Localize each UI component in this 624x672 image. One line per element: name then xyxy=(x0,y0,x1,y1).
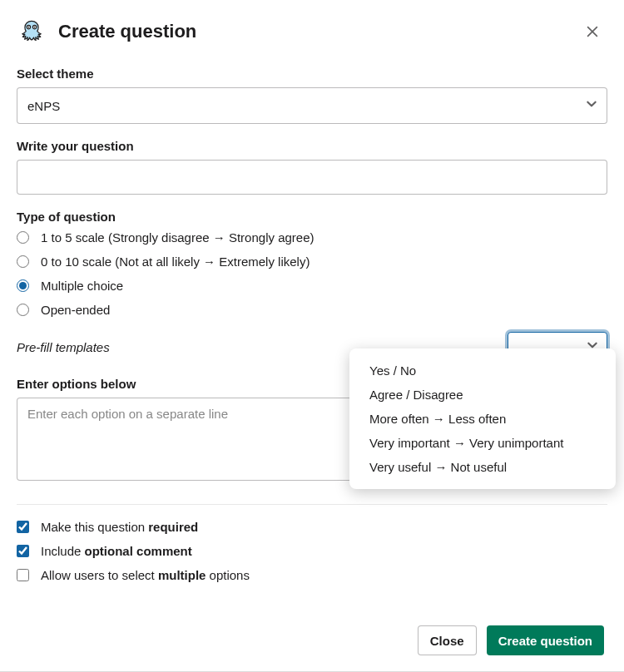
type-of-question-label: Type of question xyxy=(17,210,607,224)
close-icon[interactable] xyxy=(577,17,607,47)
radio-open-ended[interactable] xyxy=(17,304,29,316)
checkbox-optional-comment[interactable] xyxy=(17,545,29,557)
checkbox-multiple[interactable] xyxy=(17,569,29,581)
radio-1to5-label: 1 to 5 scale (Strongly disagree → Strong… xyxy=(41,230,314,245)
dropdown-item-yes-no[interactable]: Yes / No xyxy=(349,358,616,383)
radio-multiple-choice-label: Multiple choice xyxy=(41,279,123,293)
radio-open-ended-label: Open-ended xyxy=(41,303,110,317)
question-input[interactable] xyxy=(17,160,607,195)
dropdown-item-agree-disagree[interactable]: Agree / Disagree xyxy=(349,383,616,407)
radio-1to5[interactable] xyxy=(17,231,29,244)
svg-point-3 xyxy=(34,27,36,28)
checkbox-required[interactable] xyxy=(17,521,29,533)
close-button[interactable]: Close xyxy=(418,625,477,655)
create-question-button[interactable]: Create question xyxy=(487,625,604,655)
prefill-dropdown-menu: Yes / No Agree / Disagree More often → L… xyxy=(349,348,616,489)
dropdown-item-more-less-often[interactable]: More often → Less often xyxy=(349,407,616,431)
select-theme-label: Select theme xyxy=(17,67,607,81)
dropdown-item-important[interactable]: Very important → Very unimportant xyxy=(349,431,616,455)
checkbox-multiple-label: Allow users to select multiple options xyxy=(41,568,250,582)
select-theme-value: eNPS xyxy=(27,99,60,113)
question-label: Write your question xyxy=(17,139,607,153)
radio-multiple-choice[interactable] xyxy=(17,279,29,292)
prefill-label: Pre-fill templates xyxy=(17,340,110,354)
svg-point-2 xyxy=(28,27,30,28)
modal-title: Create question xyxy=(58,21,577,42)
checkbox-required-label: Make this question required xyxy=(41,520,198,534)
radio-0to10-label: 0 to 10 scale (Not at all likely → Extre… xyxy=(41,254,310,269)
octopus-icon xyxy=(17,17,47,47)
checkbox-optional-comment-label: Include optional comment xyxy=(41,544,192,558)
radio-0to10[interactable] xyxy=(17,255,29,268)
select-theme-dropdown[interactable]: eNPS xyxy=(17,87,607,124)
dropdown-item-useful[interactable]: Very useful → Not useful xyxy=(349,455,616,479)
divider xyxy=(17,504,607,505)
